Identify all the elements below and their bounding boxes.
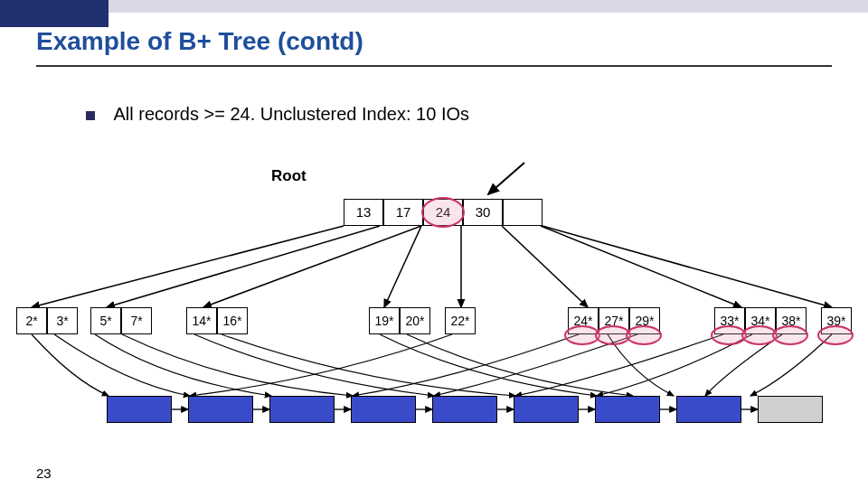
data-page [676,396,741,423]
root-empty-slot [503,199,542,226]
svg-line-0 [488,163,524,194]
data-page [351,396,416,423]
root-key: 13 [344,199,383,226]
svg-line-6 [502,226,588,307]
data-page [432,396,497,423]
diagram-stage: Root 13 17 24 30 2* 3* 5* 7* 14* 16* 19*… [0,154,868,443]
slide-top-bar [0,0,868,13]
leaf-key: 22* [445,307,476,334]
slide-title: Example of B+ Tree (contd) [36,27,363,56]
bullet-line: All records >= 24. Unclustered Index: 10… [86,104,469,125]
svg-line-7 [541,226,741,307]
leaf-key: 19* [369,307,400,334]
root-key: 30 [463,199,503,226]
svg-line-8 [542,226,832,307]
svg-line-2 [107,226,380,307]
root-label: Root [271,167,307,185]
leaf-key: 14* [186,307,217,334]
data-page [269,396,335,423]
highlight-oval [421,197,465,228]
slide-accent-tab [0,0,108,27]
root-key: 17 [383,199,423,226]
title-underline [36,65,832,67]
data-page [188,396,253,423]
slide-number: 23 [36,465,52,481]
data-page-empty [758,396,823,423]
data-page [595,396,660,423]
leaf-key: 3* [47,307,78,334]
svg-line-3 [203,226,421,307]
leaf-key: 5* [90,307,121,334]
leaf-key: 7* [121,307,152,334]
highlight-oval [772,325,808,345]
highlight-oval [817,325,854,345]
data-page [514,396,579,423]
data-page [107,396,172,423]
leaf-key: 16* [217,307,248,334]
svg-line-1 [32,226,344,307]
bullet-square-icon [86,111,95,120]
bullet-text: All records >= 24. Unclustered Index: 10… [113,104,469,124]
highlight-oval [626,325,662,345]
leaf-key: 20* [400,307,430,334]
leaf-key: 2* [16,307,47,334]
